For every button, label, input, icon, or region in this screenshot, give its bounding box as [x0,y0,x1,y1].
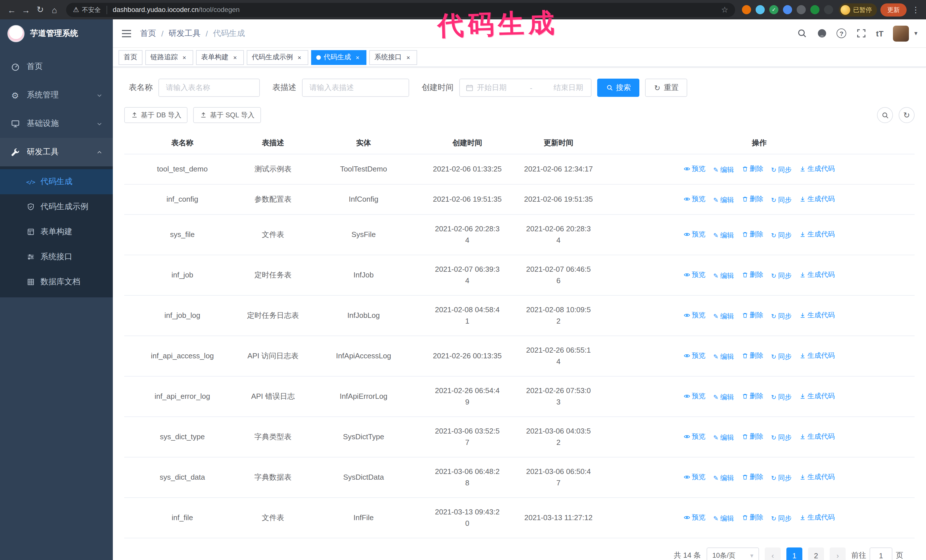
table-row[interactable]: sys_file 文件表 SysFile 2021-02-06 20:28:3 … [124,215,915,255]
sidebar-item-infra[interactable]: 基础设施 [0,109,113,138]
sync-link[interactable]: ↻同步 [771,351,791,362]
generate-code-link[interactable]: 生成代码 [799,163,835,174]
back-icon[interactable]: ← [5,3,19,17]
delete-link[interactable]: 删除 [741,350,763,361]
sync-link[interactable]: ↻同步 [771,513,791,524]
sync-link[interactable]: ↻同步 [771,432,791,443]
page-button-2[interactable]: 2 [808,548,824,560]
generate-code-link[interactable]: 生成代码 [799,269,835,280]
bookmark-star-icon[interactable]: ☆ [721,5,728,14]
edit-link[interactable]: ✎编辑 [713,391,734,403]
preview-link[interactable]: 预览 [684,193,705,205]
sidebar-item-system[interactable]: ⚙ 系统管理 [0,81,113,109]
delete-link[interactable]: 删除 [741,431,763,442]
generate-code-link[interactable]: 生成代码 [799,193,835,205]
sidebar-item-codegen-demo[interactable]: 代码生成示例 [0,194,113,219]
close-icon[interactable]: × [354,54,361,61]
people-extension-icon[interactable] [783,5,792,14]
forward-icon[interactable]: → [19,3,33,17]
sync-link[interactable]: ↻同步 [771,472,791,484]
edit-link[interactable]: ✎编辑 [713,194,734,206]
sidebar-item-api[interactable]: 系统接口 [0,245,113,269]
tab-codegen[interactable]: 代码生成× [311,50,366,65]
security-status[interactable]: ⚠ 不安全 [73,5,107,14]
breadcrumb-devtools[interactable]: 研发工具 [169,28,201,38]
search-button[interactable]: 搜索 [597,78,639,97]
sidebar-item-home[interactable]: 首页 [0,53,113,81]
generate-code-link[interactable]: 生成代码 [799,228,835,240]
prev-page-button[interactable]: ‹ [765,548,781,560]
tab-api[interactable]: 系统接口× [369,50,417,65]
close-icon[interactable]: × [405,54,412,61]
edit-link[interactable]: ✎编辑 [713,432,734,443]
delete-link[interactable]: 删除 [741,228,763,240]
generate-code-link[interactable]: 生成代码 [799,350,835,361]
sidebar-item-codegen[interactable]: </> 代码生成 [0,169,113,194]
delete-link[interactable]: 删除 [741,512,763,523]
generate-code-link[interactable]: 生成代码 [799,471,835,483]
preview-link[interactable]: 预览 [684,350,705,361]
browser-update-button[interactable]: 更新 [881,3,906,16]
generate-code-link[interactable]: 生成代码 [799,512,835,523]
generate-code-link[interactable]: 生成代码 [799,431,835,442]
page-size-select[interactable]: 10条/页 ▾ [707,548,759,560]
address-bar[interactable]: ⚠ 不安全 dashboard.yudao.iocoder.cn/tool/co… [66,3,735,17]
edit-link[interactable]: ✎编辑 [713,270,734,281]
table-row[interactable]: sys_dict_type 字典类型表 SysDictType 2021-03-… [124,417,915,457]
sync-link[interactable]: ↻同步 [771,391,791,403]
sidebar-item-devtools[interactable]: 研发工具 [0,138,113,166]
table-row[interactable]: tool_test_demo 测试示例表 ToolTestDemo 2021-0… [124,154,915,184]
table-row[interactable]: inf_api_error_log API 错误日志 InfApiErrorLo… [124,377,915,417]
next-page-button[interactable]: › [830,548,846,560]
drop-extension-icon[interactable] [756,5,765,14]
sidebar-item-form-builder[interactable]: 表单构建 [0,219,113,245]
preview-link[interactable]: 预览 [684,471,705,483]
sidebar-item-db-doc[interactable]: 数据库文档 [0,269,113,294]
table-name-input[interactable]: 请输入表名称 [159,78,260,97]
github-icon[interactable] [817,28,827,38]
delete-link[interactable]: 删除 [741,309,763,321]
toggle-search-button[interactable] [877,107,893,123]
sync-link[interactable]: ↻同步 [771,164,791,175]
home-icon[interactable]: ⌂ [47,3,62,17]
delete-link[interactable]: 删除 [741,471,763,483]
avatar-caret-icon[interactable]: ▾ [914,30,917,37]
leaf-extension-icon[interactable] [810,5,819,14]
table-row[interactable]: inf_api_access_log API 访问日志表 InfApiAcces… [124,336,915,377]
breadcrumb-home[interactable]: 首页 [140,28,156,38]
table-desc-input[interactable]: 请输入表描述 [302,78,409,97]
preview-link[interactable]: 预览 [684,309,705,321]
reset-button[interactable]: ↻ 重置 [645,78,687,97]
tray-extension-icon[interactable] [797,5,806,14]
puzzle-extension-icon[interactable] [824,5,833,14]
edit-link[interactable]: ✎编辑 [713,472,734,484]
preview-link[interactable]: 预览 [684,431,705,442]
user-avatar[interactable] [893,25,909,41]
preview-link[interactable]: 预览 [684,390,705,402]
close-icon[interactable]: × [232,54,239,61]
delete-link[interactable]: 删除 [741,390,763,402]
refresh-table-button[interactable]: ↻ [899,107,915,123]
edit-link[interactable]: ✎编辑 [713,351,734,362]
fullscreen-icon[interactable] [856,28,867,38]
sidebar-logo[interactable]: 芋道管理系统 [0,20,113,48]
sync-link[interactable]: ↻同步 [771,194,791,206]
import-db-button[interactable]: 基于 DB 导入 [124,107,188,123]
delete-link[interactable]: 删除 [741,163,763,174]
preview-link[interactable]: 预览 [684,163,705,174]
check-extension-icon[interactable]: ✓ [769,5,778,14]
sync-link[interactable]: ↻同步 [771,270,791,281]
generate-code-link[interactable]: 生成代码 [799,309,835,321]
preview-link[interactable]: 预览 [684,512,705,523]
tab-home[interactable]: 首页 [118,50,142,65]
tab-form-builder[interactable]: 表单构建× [196,50,244,65]
edit-link[interactable]: ✎编辑 [713,164,734,175]
reload-icon[interactable]: ↻ [33,3,47,17]
date-range-picker[interactable]: 开始日期 - 结束日期 [459,78,592,97]
sync-link[interactable]: ↻同步 [771,229,791,241]
delete-link[interactable]: 删除 [741,193,763,205]
table-row[interactable]: inf_job_log 定时任务日志表 InfJobLog 2021-02-08… [124,296,915,336]
table-row[interactable]: inf_job 定时任务表 InfJob 2021-02-07 06:39:3 … [124,255,915,296]
table-row[interactable]: inf_config 参数配置表 InfConfig 2021-02-06 19… [124,184,915,215]
table-row[interactable]: inf_file 文件表 InfFile 2021-03-13 09:43:2 … [124,498,915,538]
